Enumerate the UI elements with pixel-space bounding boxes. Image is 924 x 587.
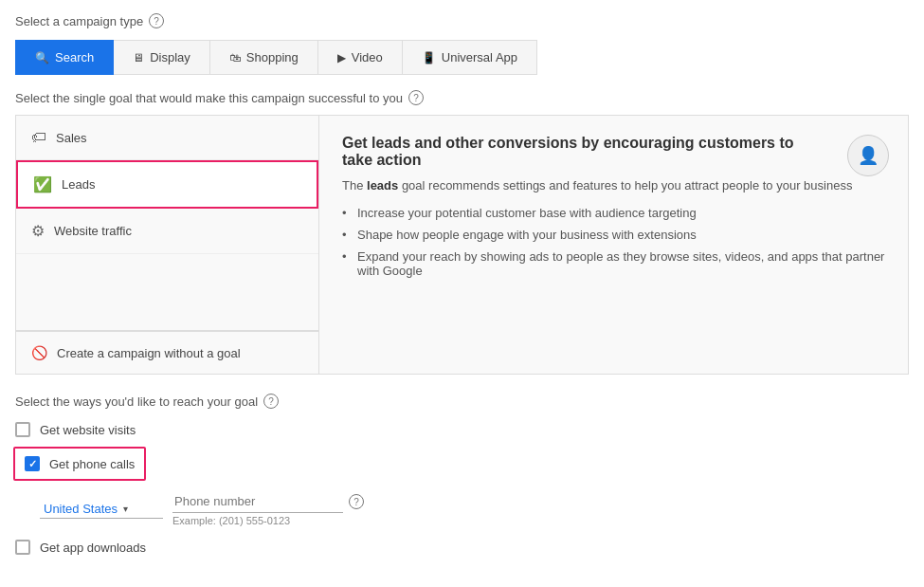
leads-icon: ✅: [33, 175, 52, 193]
website-visits-checkbox[interactable]: [15, 422, 30, 437]
goal-bullet-3: Expand your reach by showing ads to peop…: [342, 249, 885, 278]
app-downloads-label: Get app downloads: [40, 541, 146, 555]
search-tab-label: Search: [55, 50, 94, 64]
website-visits-label: Get website visits: [40, 423, 136, 437]
tab-shopping[interactable]: 🛍 Shopping: [210, 40, 318, 75]
goal-bullet-2: Shape how people engage with your busine…: [342, 228, 885, 242]
goal-item-no-goal[interactable]: 🚫 Create a campaign without a goal: [16, 331, 318, 374]
reach-label-text: Select the ways you'd like to reach your…: [15, 394, 258, 409]
goal-detail-desc: The leads goal recommends settings and f…: [342, 178, 885, 193]
universal-app-tab-label: Universal App: [442, 50, 517, 64]
goal-bullet-1: Increase your potential customer base wi…: [342, 206, 885, 220]
video-tab-icon: ▶: [337, 51, 346, 64]
phone-calls-checkbox[interactable]: [25, 456, 40, 471]
goal-detail-bullets: Increase your potential customer base wi…: [342, 206, 885, 278]
leads-label: Leads: [62, 177, 95, 192]
goal-detail: 👤 Get leads and other conversions by enc…: [319, 116, 908, 374]
goal-item-website-traffic[interactable]: ⚙ Website traffic: [16, 209, 318, 254]
phone-input-container: ? Example: (201) 555-0123: [172, 490, 364, 526]
goal-section: Select the single goal that would make t…: [0, 90, 924, 375]
search-tab-icon: 🔍: [35, 51, 49, 64]
sales-label: Sales: [56, 131, 87, 145]
display-tab-icon: 🖥: [133, 51, 144, 64]
no-goal-label: Create a campaign without a goal: [57, 346, 241, 360]
goal-content: 🏷 Sales ✅ Leads ⚙ Website traffic �: [15, 115, 909, 375]
reach-option-website-visits[interactable]: Get website visits: [15, 422, 909, 437]
phone-input-row: ?: [172, 490, 364, 513]
tab-search[interactable]: 🔍 Search: [15, 40, 114, 75]
goal-desc-prefix: The: [342, 178, 367, 193]
campaign-type-section: Select a campaign type ? 🔍 Search 🖥 Disp…: [0, 0, 924, 75]
universal-app-tab-icon: 📱: [422, 51, 436, 64]
reach-option-phone-calls[interactable]: Get phone calls: [13, 447, 146, 481]
campaign-type-tabs: 🔍 Search 🖥 Display 🛍 Shopping ▶ Video 📱 …: [15, 40, 909, 75]
app-downloads-checkbox[interactable]: [15, 540, 30, 555]
reach-option-app-downloads[interactable]: Get app downloads: [15, 540, 909, 555]
country-label: United States: [44, 502, 118, 516]
shopping-tab-icon: 🛍: [229, 51, 241, 64]
goal-item-leads[interactable]: ✅ Leads: [16, 160, 318, 209]
tab-display[interactable]: 🖥 Display: [114, 40, 210, 75]
goal-label-text: Select the single goal that would make t…: [15, 91, 403, 105]
phone-number-input[interactable]: [172, 490, 343, 513]
goal-list-items: 🏷 Sales ✅ Leads ⚙ Website traffic �: [16, 116, 318, 374]
display-tab-label: Display: [150, 50, 190, 64]
avatar-icon: 👤: [858, 145, 879, 166]
phone-example-text: Example: (201) 555-0123: [172, 515, 364, 526]
video-tab-label: Video: [352, 50, 383, 64]
reach-help-icon[interactable]: ?: [263, 394, 279, 409]
tab-video[interactable]: ▶ Video: [318, 40, 403, 75]
campaign-type-label: Select a campaign type ?: [15, 13, 909, 28]
campaign-type-text: Select a campaign type: [15, 14, 143, 28]
phone-calls-label: Get phone calls: [49, 457, 135, 471]
reach-section: Select the ways you'd like to reach your…: [0, 375, 924, 579]
goal-detail-title: Get leads and other conversions by encou…: [342, 135, 885, 169]
no-goal-icon: 🚫: [31, 345, 47, 360]
website-traffic-icon: ⚙: [31, 222, 45, 240]
country-chevron-icon: ▾: [123, 504, 128, 514]
goal-label: Select the single goal that would make t…: [15, 90, 909, 105]
phone-row: United States ▾ ? Example: (201) 555-012…: [40, 490, 909, 526]
goal-list: 🏷 Sales ✅ Leads ⚙ Website traffic �: [16, 116, 319, 374]
goal-help-icon[interactable]: ?: [408, 90, 424, 105]
reach-label: Select the ways you'd like to reach your…: [15, 394, 909, 409]
website-traffic-label: Website traffic: [54, 224, 132, 238]
campaign-type-help-icon[interactable]: ?: [149, 13, 164, 28]
country-select[interactable]: United States ▾: [40, 498, 163, 519]
shopping-tab-label: Shopping: [246, 50, 299, 64]
goal-desc-keyword: leads: [367, 178, 398, 193]
goal-desc-suffix: goal recommends settings and features to…: [398, 178, 852, 193]
goal-item-sales[interactable]: 🏷 Sales: [16, 116, 318, 160]
tab-universal-app[interactable]: 📱 Universal App: [403, 40, 537, 75]
sales-icon: 🏷: [31, 129, 46, 146]
goal-avatar-icon: 👤: [847, 135, 889, 176]
phone-help-icon[interactable]: ?: [349, 494, 364, 509]
